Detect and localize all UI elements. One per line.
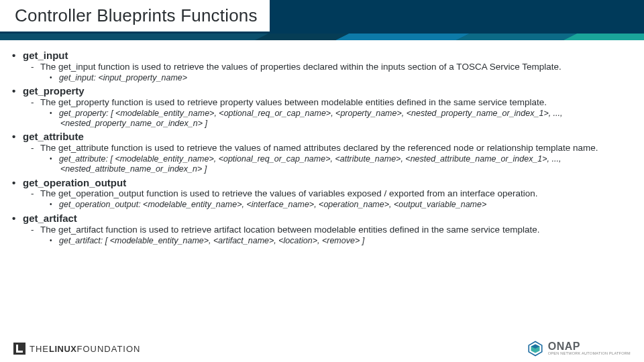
- onap-big: ONAP: [548, 341, 631, 352]
- fn-syntax: get_input: <input_property_name>: [60, 73, 625, 83]
- fn-desc: The get_artifact function is used to ret…: [42, 225, 625, 235]
- fn-name: get_artifact: [20, 213, 625, 225]
- fn-name: get_input: [20, 50, 625, 62]
- lf-text: THELINUXFOUNDATION: [30, 344, 140, 354]
- onap-small: OPEN NETWORK AUTOMATION PLATFORM: [548, 352, 631, 356]
- linux-foundation-logo: THELINUXFOUNDATION: [13, 343, 140, 355]
- onap-text: ONAP OPEN NETWORK AUTOMATION PLATFORM: [548, 341, 631, 356]
- fn-syntax: get_artifact: [ <modelable_entity_name>,…: [60, 236, 625, 246]
- svg-rect-7: [16, 351, 23, 353]
- fn-desc: The get_attribute function is used to re…: [42, 143, 625, 154]
- banner-stripe: [0, 34, 644, 40]
- lf-the: THE: [30, 344, 49, 354]
- lf-foundation: FOUNDATION: [77, 344, 141, 354]
- fn-desc: The get_operation_output function is use…: [42, 188, 625, 199]
- fn-name: get_operation_output: [20, 177, 625, 189]
- lf-mark-icon: [13, 343, 25, 355]
- footer: THELINUXFOUNDATION ONAP OPEN NETWORK AUT…: [0, 338, 644, 362]
- onap-mark-icon: [527, 340, 544, 357]
- slide: Controller Blueprints Functions get_inpu…: [0, 0, 644, 362]
- fn-get-operation-output: get_operation_output The get_operation_o…: [23, 177, 625, 210]
- fn-get-property: get_property The get_property function i…: [23, 85, 625, 128]
- fn-get-artifact: get_artifact The get_artifact function i…: [23, 213, 625, 245]
- title-banner: Controller Blueprints Functions: [0, 0, 644, 40]
- fn-desc: The get_input function is used to retrie…: [42, 62, 625, 72]
- fn-name: get_attribute: [20, 131, 625, 143]
- fn-syntax: get_property: [ <modelable_entity_name>,…: [60, 109, 625, 129]
- svg-rect-5: [13, 343, 25, 355]
- svg-rect-6: [16, 345, 18, 351]
- fn-get-attribute: get_attribute The get_attribute function…: [23, 131, 625, 174]
- slide-title: Controller Blueprints Functions: [0, 0, 270, 32]
- lf-linux: LINUX: [49, 344, 77, 354]
- fn-syntax: get_attribute: [ <modelable_entity_name>…: [60, 154, 625, 174]
- fn-desc: The get_property function is used to ret…: [42, 97, 625, 108]
- fn-get-input: get_input The get_input function is used…: [23, 50, 625, 82]
- content-area: get_input The get_input function is used…: [0, 40, 644, 338]
- fn-name: get_property: [20, 85, 625, 97]
- fn-syntax: get_operation_output: <modelable_entity_…: [60, 200, 625, 210]
- onap-logo: ONAP OPEN NETWORK AUTOMATION PLATFORM: [527, 340, 631, 357]
